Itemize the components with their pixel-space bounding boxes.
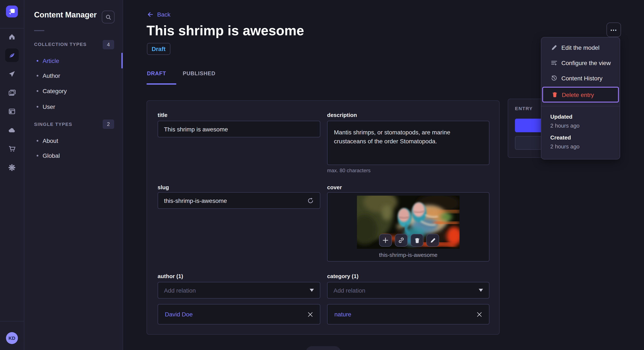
tab-published[interactable]: PUBLISHED [183, 71, 215, 77]
settings-gear-icon[interactable] [5, 161, 19, 174]
history-clock-icon [551, 75, 558, 82]
tab-draft[interactable]: DRAFT [147, 71, 166, 77]
author-relation-select[interactable]: Add relation [158, 282, 320, 299]
divider [34, 30, 44, 31]
chevron-down-icon [310, 289, 314, 292]
bullet-icon [37, 140, 38, 142]
search-icon [105, 14, 112, 20]
trash-icon [414, 237, 420, 243]
search-button[interactable] [102, 11, 114, 23]
sidebar-title: Content Manager [34, 11, 97, 19]
marketplace-cart-icon[interactable] [5, 142, 19, 156]
title-input[interactable]: This shrimp is awesome [158, 121, 320, 137]
edit-form-card: title This shrimp is awesome description… [146, 100, 500, 335]
created-label: Created [550, 134, 571, 141]
updated-label: Updated [550, 114, 572, 120]
bullet-icon [37, 155, 38, 157]
created-value: 2 hours ago [550, 143, 580, 150]
link-icon [398, 237, 405, 244]
divider [0, 321, 24, 322]
sidebar-item-user[interactable]: User [24, 99, 123, 114]
divider [0, 28, 24, 28]
sidebar-item-author[interactable]: Author [24, 68, 123, 83]
nav-rail: KD [0, 0, 24, 350]
author-relation-item: David Doe [158, 304, 320, 325]
edit-asset-button[interactable] [426, 234, 439, 247]
page-title: This shrimp is awesome [146, 23, 304, 39]
category-field-label: category (1) [327, 273, 358, 279]
menu-item-content-history[interactable]: Content History [541, 71, 620, 86]
updated-value: 2 hours ago [550, 123, 580, 129]
more-actions-button[interactable]: ⋯ [606, 22, 621, 37]
copy-link-button[interactable] [395, 234, 408, 247]
section-collection-types: COLLECTION TYPES [34, 42, 87, 47]
pencil-icon [551, 44, 558, 51]
author-field-label: author (1) [158, 273, 183, 279]
media-library-icon[interactable] [5, 86, 19, 100]
category-relation-select[interactable]: Add relation [327, 282, 490, 299]
slug-field-label: slug [158, 184, 169, 190]
sidebar-item-about[interactable]: About [24, 133, 123, 149]
menu-item-delete-entry[interactable]: Delete entry [542, 87, 619, 103]
category-relation-item: nature [327, 304, 490, 325]
remove-relation-icon[interactable] [476, 312, 482, 317]
avatar-initials: KD [8, 336, 15, 341]
menu-item-configure-view[interactable]: Configure the view [541, 55, 620, 71]
menu-item-edit-model[interactable]: Edit the model [541, 40, 620, 55]
more-actions-menu: Edit the model Configure the view Conten… [541, 37, 620, 160]
content-type-builder-icon[interactable] [5, 105, 19, 118]
entry-panel-label: ENTRY [515, 106, 533, 111]
sidebar: Content Manager COLLECTION TYPES 4 Artic… [24, 0, 123, 350]
divider [541, 106, 620, 106]
trash-icon [552, 91, 558, 98]
title-field-label: title [158, 112, 168, 118]
single-types-count-badge: 2 [103, 120, 114, 129]
sidebar-item-global[interactable]: Global [24, 148, 123, 163]
chevron-down-icon [479, 289, 483, 292]
home-icon[interactable] [5, 30, 19, 43]
delete-asset-button[interactable] [410, 234, 423, 247]
cover-image-mantis-shrimp[interactable] [357, 196, 460, 249]
add-asset-button[interactable] [379, 234, 392, 247]
ellipsis-icon: ⋯ [610, 26, 618, 34]
bullet-icon [37, 90, 38, 92]
deploy-cloud-icon[interactable] [5, 123, 19, 137]
configure-list-icon [551, 59, 558, 66]
back-link[interactable]: Back [147, 11, 170, 18]
app-root: KD Content Manager COLLECTION TYPES 4 Ar… [0, 0, 644, 350]
regenerate-icon[interactable] [307, 197, 314, 204]
slug-input[interactable]: this-shrimp-is-awesome [158, 192, 320, 209]
description-hint: max. 80 characters [327, 168, 370, 174]
user-avatar[interactable]: KD [6, 332, 18, 344]
active-tab-underline [146, 83, 176, 85]
pencil-icon [430, 237, 436, 243]
arrow-left-icon [147, 11, 154, 18]
sidebar-item-category[interactable]: Category [24, 83, 123, 99]
content-manager-feather-icon[interactable] [5, 48, 19, 62]
remove-relation-icon[interactable] [308, 312, 313, 317]
bullet-icon [37, 106, 38, 108]
releases-send-icon[interactable] [5, 67, 19, 81]
collection-types-count-badge: 4 [103, 40, 114, 49]
cover-filename: this-shrimp-is-awesome [328, 252, 489, 258]
plus-icon [382, 237, 389, 244]
status-badge: Draft [147, 43, 170, 55]
sidebar-item-article[interactable]: Article [24, 53, 123, 68]
strapi-logo[interactable] [6, 5, 18, 17]
relation-link-david-doe[interactable]: David Doe [165, 311, 193, 318]
description-textarea[interactable]: Mantis shrimps, or stomatopods, are mari… [327, 121, 490, 165]
cover-asset-box: this-shrimp-is-awesome [327, 192, 490, 262]
bottom-pill[interactable] [306, 346, 341, 350]
bullet-icon [37, 75, 38, 77]
description-field-label: description [327, 112, 357, 118]
cover-field-label: cover [327, 184, 342, 190]
active-item-indicator [122, 53, 123, 68]
bullet-icon [37, 60, 38, 62]
section-single-types: SINGLE TYPES [34, 122, 72, 127]
relation-link-nature[interactable]: nature [334, 311, 351, 318]
